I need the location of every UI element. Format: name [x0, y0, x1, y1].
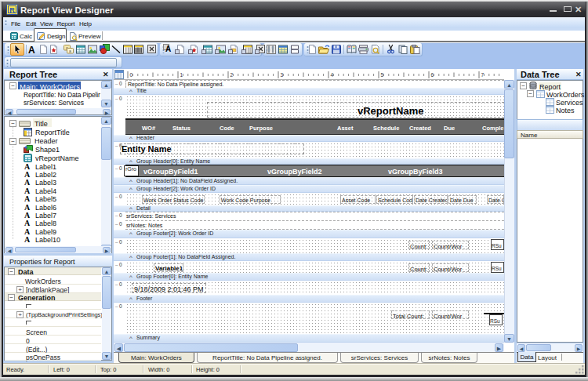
svg-text:1: 1: [180, 72, 183, 78]
svg-text:R: R: [9, 6, 15, 14]
svg-text:0: 0: [130, 72, 133, 78]
svg-text:a: a: [69, 49, 71, 53]
